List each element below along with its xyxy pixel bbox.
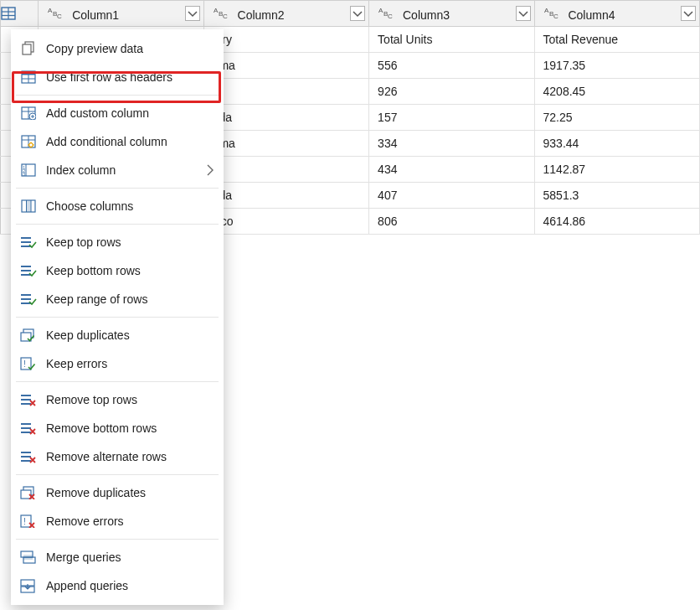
menu-add-conditional-column[interactable]: Add conditional column: [11, 127, 224, 156]
menu-separator: [16, 188, 219, 189]
menu-separator: [16, 539, 219, 540]
chevron-right-icon: [205, 163, 215, 177]
menu-add-custom-column[interactable]: Add custom column: [11, 99, 224, 127]
menu-choose-columns[interactable]: Choose columns: [11, 192, 224, 220]
table-context-menu: Copy preview data Use first row as heade…: [11, 29, 224, 605]
remove-errors-icon: [19, 514, 38, 528]
type-icon: [209, 6, 233, 19]
menu-append-queries[interactable]: Append queries: [11, 571, 224, 600]
cell[interactable]: 4614.86: [534, 209, 699, 235]
menu-remove-errors[interactable]: Remove errors: [11, 507, 224, 535]
menu-keep-errors[interactable]: Keep errors: [11, 349, 224, 378]
menu-separator: [16, 95, 219, 96]
column-label: Column4: [566, 8, 636, 22]
cell[interactable]: 933.44: [534, 131, 699, 157]
filter-button[interactable]: [681, 6, 696, 21]
cell[interactable]: 434: [369, 157, 534, 183]
cell[interactable]: 806: [369, 209, 534, 235]
cell[interactable]: Total Units: [369, 27, 534, 53]
cell[interactable]: 4208.45: [534, 79, 699, 105]
copy-icon: [19, 41, 38, 56]
cell[interactable]: 1142.87: [534, 157, 699, 183]
menu-merge-queries[interactable]: Merge queries: [11, 543, 224, 571]
keep-rows-icon: [19, 235, 38, 249]
cell[interactable]: A: [203, 79, 368, 105]
remove-rows-icon: [19, 450, 38, 463]
cell[interactable]: ntry: [203, 27, 368, 53]
filter-button[interactable]: [185, 6, 200, 21]
append-icon: [19, 579, 38, 593]
cell[interactable]: 157: [369, 105, 534, 131]
keep-errors-icon: [19, 357, 38, 370]
table-menu-button[interactable]: [1, 1, 39, 27]
type-icon: [44, 6, 67, 19]
column-header[interactable]: Column4: [534, 1, 699, 27]
menu-remove-duplicates[interactable]: Remove duplicates: [11, 478, 224, 507]
column-label: Column2: [236, 8, 306, 22]
menu-keep-range-rows[interactable]: Keep range of rows: [11, 285, 224, 313]
column-header[interactable]: Column2: [203, 1, 368, 27]
filter-button[interactable]: [516, 6, 531, 21]
cell[interactable]: 556: [369, 53, 534, 79]
menu-copy-preview[interactable]: Copy preview data: [11, 34, 224, 63]
keep-rows-icon: [19, 292, 38, 306]
cell[interactable]: ada: [203, 183, 368, 209]
menu-remove-top-rows[interactable]: Remove top rows: [11, 385, 224, 414]
cell[interactable]: xico: [203, 209, 368, 235]
headers-icon: [19, 70, 38, 84]
cell[interactable]: 5851.3: [534, 183, 699, 209]
type-icon: [540, 6, 564, 19]
remove-rows-icon: [19, 421, 38, 435]
column-label: Column1: [70, 8, 141, 22]
cell[interactable]: 926: [369, 79, 534, 105]
conditional-column-icon: [19, 135, 38, 148]
menu-keep-top-rows[interactable]: Keep top rows: [11, 228, 224, 256]
menu-keep-duplicates[interactable]: Keep duplicates: [11, 321, 224, 349]
cell[interactable]: ama: [203, 131, 368, 157]
merge-icon: [19, 551, 38, 564]
cell[interactable]: 72.25: [534, 105, 699, 131]
remove-rows-icon: [19, 393, 38, 406]
menu-separator: [16, 317, 219, 318]
cell[interactable]: 407: [369, 183, 534, 209]
cell[interactable]: 334: [369, 131, 534, 157]
cell[interactable]: ada: [203, 105, 368, 131]
column-header[interactable]: Column1: [39, 1, 203, 27]
filter-button[interactable]: [350, 6, 365, 21]
choose-columns-icon: [19, 199, 38, 213]
keep-rows-icon: [19, 264, 38, 277]
cell[interactable]: ama: [203, 53, 368, 79]
menu-remove-alternate-rows[interactable]: Remove alternate rows: [11, 442, 224, 471]
type-icon: [374, 6, 398, 19]
cell[interactable]: 1917.35: [534, 53, 699, 79]
menu-use-first-row-headers[interactable]: Use first row as headers: [11, 63, 224, 91]
column-header[interactable]: Column3: [369, 1, 534, 27]
cell[interactable]: Total Revenue: [534, 27, 699, 53]
custom-column-icon: [19, 106, 38, 120]
cell[interactable]: A: [203, 157, 368, 183]
menu-keep-bottom-rows[interactable]: Keep bottom rows: [11, 256, 224, 285]
menu-separator: [16, 224, 219, 225]
keep-duplicates-icon: [19, 328, 38, 342]
index-column-icon: [19, 163, 38, 177]
menu-separator: [16, 381, 219, 382]
menu-remove-bottom-rows[interactable]: Remove bottom rows: [11, 414, 224, 442]
column-label: Column3: [401, 8, 471, 22]
remove-duplicates-icon: [19, 486, 38, 499]
menu-separator: [16, 474, 219, 475]
menu-index-column[interactable]: Index column: [11, 156, 224, 184]
